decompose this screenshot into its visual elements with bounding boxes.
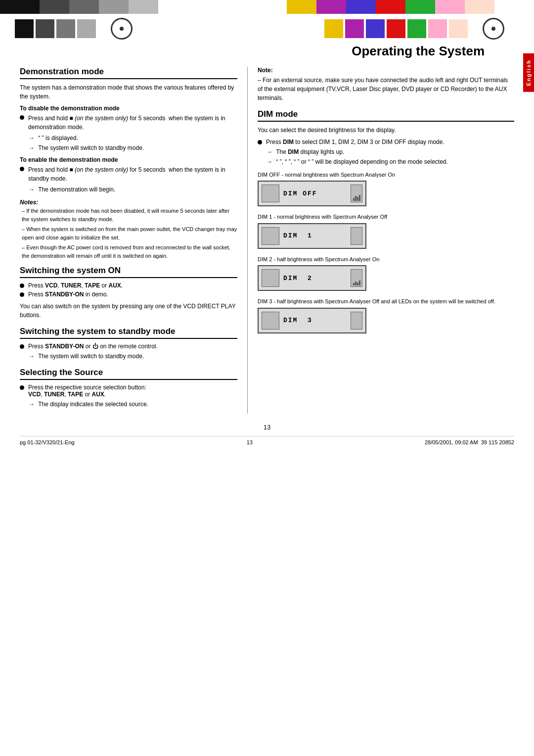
language-tab: English (523, 53, 534, 92)
switching-on-text-2: Press STANDBY-ON in demo. (28, 291, 108, 298)
header-right-yellow (324, 19, 343, 38)
footer-center: 13 (247, 439, 253, 445)
header-right-peach (449, 19, 468, 38)
disable-bullet-dot (20, 115, 24, 120)
switching-on-dot-1 (20, 284, 24, 288)
switching-standby-bullet: Press STANDBY-ON or ⏻ on the remote cont… (20, 343, 237, 350)
dim3-display: DIM 3 (258, 308, 366, 333)
selecting-source-bullet: Press the respective source selection bu… (20, 384, 237, 398)
color-green (405, 0, 435, 14)
color-medium-gray (69, 0, 99, 14)
header-circle (111, 18, 133, 40)
dim-off-text: DIM OFF (283, 190, 351, 197)
dim-bullet-dot (258, 140, 262, 144)
dim-item-text: Press DIM to select DIM 1, DIM 2, DIM 3 … (266, 139, 445, 145)
dim-mode-intro: You can select the desired brightness fo… (258, 126, 514, 135)
color-yellow (287, 0, 316, 14)
switching-standby-arrow: → The system will switch to standby mode… (20, 352, 237, 361)
header-area (0, 14, 534, 44)
header-block-1 (15, 19, 34, 38)
enable-arrow: → The demonstration will begin. (20, 185, 237, 194)
disable-arrow1: → “ ” is displayed. (20, 134, 237, 142)
switching-on-bullet-2: Press STANDBY-ON in demo. (20, 291, 237, 298)
dim3-caption: DIM 3 - half brightness with Spectrum An… (258, 298, 514, 305)
header-block-2 (36, 19, 54, 38)
notes-label: Notes: (20, 199, 237, 206)
demonstration-heading: Demonstration mode (20, 67, 237, 79)
switching-on-text-1: Press VCD, TUNER, TAPE or AUX. (28, 282, 123, 289)
selecting-source-dot (20, 385, 24, 390)
dim1-icon (262, 227, 279, 245)
header-circle-right (483, 18, 504, 40)
arrow-dim-1: → (267, 148, 272, 155)
color-black (0, 0, 40, 14)
enable-bullet: Press and hold ■ (on the system only) fo… (20, 165, 237, 183)
arrow-symbol-source: → (29, 401, 35, 408)
switching-standby-text: Press STANDBY-ON or ⏻ on the remote cont… (28, 343, 158, 350)
arrow-symbol-1: → (29, 135, 35, 142)
dim-off-caption: DIM OFF - normal brightness with Spectru… (258, 171, 514, 179)
dim3-icon (262, 312, 279, 330)
disable-bullet: Press and hold ■ (on the system only) fo… (20, 114, 237, 132)
dim-arrow1: → The DIM display lights up. (258, 147, 514, 156)
dim-mode-heading: DIM mode (258, 109, 514, 122)
header-right-green (407, 19, 426, 38)
note-box-text: – For an external source, make sure you … (258, 76, 514, 102)
dim-arrow2: → “ ”, “ ”, “ ” or “ ” will be displayed… (258, 157, 514, 166)
footer: pg 01-32/V320/21-Eng 13 28/05/2001, 09:0… (20, 436, 514, 445)
selecting-source-arrow: → The display indicates the selected sou… (20, 400, 237, 409)
dim3-text: DIM 3 (283, 317, 351, 324)
color-purple (316, 0, 346, 14)
dim1-side (351, 227, 362, 245)
dim2-icon (262, 269, 279, 287)
switching-on-extra: You can also switch on the system by pre… (20, 302, 237, 320)
dim2-caption: DIM 2 - half brightness with Spectrum An… (258, 256, 514, 263)
arrow-symbol-standby: → (29, 353, 35, 360)
color-light-gray (99, 0, 129, 14)
dim2-text: DIM 2 (283, 275, 351, 282)
disable-text: Press and hold ■ (on the system only) fo… (28, 114, 237, 132)
color-dark-gray (40, 0, 69, 14)
note-3: – Even though the AC power cord is remov… (20, 243, 237, 260)
color-lighter-gray (129, 0, 158, 14)
dim-off-side (351, 185, 362, 202)
header-circle-right-inner (491, 27, 495, 31)
enable-text: Press and hold ■ (on the system only) fo… (28, 165, 237, 183)
selecting-source-text: Press the respective source selection bu… (28, 384, 146, 398)
header-circle-inner (120, 27, 124, 31)
dim2-display: DIM 2 (258, 265, 366, 291)
dim-mode-section: DIM mode You can select the desired brig… (258, 109, 514, 333)
color-white (158, 0, 287, 14)
header-right-red (387, 19, 405, 38)
footer-left: pg 01-32/V320/21-Eng (20, 439, 75, 445)
dim2-side (351, 269, 362, 287)
header-right-purple (345, 19, 364, 38)
dim1-caption: DIM 1 - normal brightness with Spectrum … (258, 213, 514, 221)
disable-arrow2: → The system will switch to standby mode… (20, 143, 237, 152)
note-box: Note: – For an external source, make sur… (258, 67, 514, 102)
demonstration-mode-section: Demonstration mode The system has a demo… (20, 67, 237, 260)
dim1-display: DIM 1 (258, 223, 366, 249)
selecting-source-heading: Selecting the Source (20, 368, 237, 380)
dim1-text: DIM 1 (283, 232, 351, 239)
arrow-symbol-2: → (29, 144, 35, 151)
header-block-3 (56, 19, 75, 38)
footer-right: 28/05/2001, 09:02 AM 39 115 20852 (425, 439, 514, 445)
enable-heading: To enable the demonstration mode (20, 156, 237, 163)
enable-bullet-dot (20, 167, 24, 171)
page-number-center: 13 (20, 424, 514, 431)
dim-off-icon (262, 185, 279, 202)
switching-on-dot-2 (20, 292, 24, 297)
dim-off-display: DIM OFF (258, 181, 366, 206)
selecting-source-section: Selecting the Source Press the respectiv… (20, 368, 237, 409)
arrow-dim-2: → (267, 158, 272, 165)
top-color-bar (0, 0, 534, 14)
arrow-symbol-3: → (29, 186, 35, 193)
dim3-side (351, 312, 362, 330)
header-block-4 (77, 19, 96, 38)
note-2: – When the system is switched on from th… (20, 225, 237, 241)
color-peach (465, 0, 494, 14)
dim-bullet: Press DIM to select DIM 1, DIM 2, DIM 3 … (258, 139, 514, 145)
color-red (376, 0, 405, 14)
color-pink (435, 0, 465, 14)
